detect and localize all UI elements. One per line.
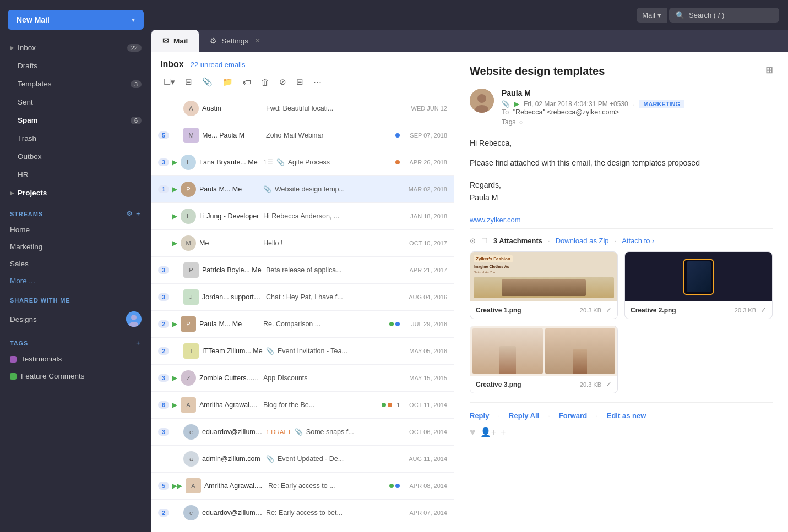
mail-row[interactable]: ▶ M Me Hello ! OCT 10, 2017 <box>151 230 454 257</box>
download-zip-link[interactable]: Download as Zip <box>556 237 609 245</box>
sidebar-item-sent[interactable]: Sent <box>0 93 151 111</box>
sidebar-item-spam[interactable]: Spam 6 <box>0 111 151 129</box>
tab-mail[interactable]: ✉ Mail <box>151 30 199 52</box>
mail-date: AUG 04, 2016 <box>403 294 447 300</box>
mail-row[interactable]: 3 ▶ L Lana Bryante... Me 1☰ 📎 Agile Proc… <box>151 149 454 176</box>
flag-icon: ▶ <box>172 185 177 193</box>
templates-badge: 3 <box>131 80 142 88</box>
sidebar-item-hr[interactable]: HR <box>0 166 151 184</box>
more-button[interactable]: ⋯ <box>310 75 325 89</box>
sidebar-item-drafts[interactable]: Drafts <box>0 57 151 75</box>
mail-row[interactable]: 5 ▶▶ A Amritha Agrawal.... Re: Early acc… <box>151 473 454 500</box>
attach-button[interactable]: 📎 <box>199 75 216 89</box>
tag-circle-icon: ○ <box>519 118 523 126</box>
avatar: e <box>183 424 199 440</box>
tag-button[interactable]: 🏷 <box>240 75 254 89</box>
attachment-name: Creative 3.png <box>476 381 575 388</box>
sidebar-item-inbox[interactable]: ▶ Inbox 22 <box>0 39 151 57</box>
expand-icon[interactable]: ⊞ <box>765 65 773 75</box>
attachment-check-icon[interactable]: ✓ <box>606 380 612 388</box>
sidebar-item-home[interactable]: Home <box>0 221 151 238</box>
sidebar-item-designs[interactable]: Designs <box>0 307 151 331</box>
heart-reaction-button[interactable]: ♥ <box>470 426 476 438</box>
mail-dots <box>389 484 400 488</box>
main-content: Mail ▾ 🔍 Search ( / ) ✉ Mail ⚙ Settings … <box>151 0 788 532</box>
mail-row[interactable]: 2 e eduardov@zillum.c... Re: Early acces… <box>151 500 454 526</box>
mail-sender: Austin <box>202 105 263 112</box>
mail-dropdown[interactable]: Mail ▾ <box>637 8 667 23</box>
reply-all-button[interactable]: Reply All <box>509 412 539 420</box>
search-input-area[interactable]: 🔍 Search ( / ) <box>669 8 779 23</box>
attachment-check-icon[interactable]: ✓ <box>760 306 767 314</box>
tag-dot-purple <box>10 356 17 363</box>
sidebar-item-sales[interactable]: Sales <box>0 255 151 272</box>
sidebar-streams-more[interactable]: More ... <box>0 272 151 289</box>
add-tag-button[interactable]: ＋ <box>135 339 142 347</box>
add-reaction-button[interactable]: + <box>501 427 506 437</box>
folder-button[interactable]: 📁 <box>219 75 236 89</box>
tab-settings[interactable]: ⚙ Settings ✕ <box>199 30 271 52</box>
expand-attach-icon[interactable]: ⊙ <box>470 237 476 245</box>
print-button[interactable]: ⊟ <box>293 75 307 89</box>
mail-row[interactable]: 3 ▶ Z Zombie Cutters... le... App Discou… <box>151 365 454 392</box>
attach-icon: 1☰ <box>263 158 273 166</box>
mail-row[interactable]: 2 I ITTeam Zillum... Me 📎 Event Invitati… <box>151 338 454 365</box>
projects-chevron-icon: ▶ <box>10 190 14 196</box>
sidebar-projects-label: Projects <box>18 189 47 197</box>
sidebar-item-feature-comments[interactable]: Feature Comments <box>0 368 151 385</box>
attachment-card[interactable]: Creative 2.png 20.3 KB ✓ <box>624 251 773 319</box>
designs-label: Designs <box>10 315 37 323</box>
mail-sender: Amritha Agrawal.... <box>204 482 265 490</box>
mail-row[interactable]: 3 e eduardov@zillum.c... 1 DRAFT 📎 Some … <box>151 419 454 446</box>
mail-sender: Li Jung - Developer <box>199 212 260 220</box>
sidebar-item-marketing[interactable]: Marketing <box>0 238 151 255</box>
sidebar-item-projects[interactable]: ▶ Projects <box>0 184 151 202</box>
tags-row: Tags ○ <box>502 118 773 126</box>
attachment-card[interactable]: Zylker's Fashion Imagine Clothes As Natu… <box>470 251 618 319</box>
flag-icon: ▶ <box>172 158 177 166</box>
mail-row[interactable]: 2 A Amritha Agrawal.... Re: About the de… <box>151 526 454 532</box>
attach-to-link[interactable]: Attach to › <box>622 237 654 245</box>
mail-row[interactable]: ▶ L Li Jung - Developer Hi Rebecca Ander… <box>151 203 454 230</box>
mail-row[interactable]: 5 M Me... Paula M Zoho Mail Webinar SEP … <box>151 122 454 149</box>
inbox-badge: 22 <box>127 44 142 52</box>
mail-row[interactable]: 2 ▶ P Paula M... Me Re. Comparison ... J… <box>151 311 454 338</box>
mail-row[interactable]: A Austin Fwd: Beautiful locati... WED JU… <box>151 95 454 122</box>
mail-row[interactable]: a admin@zillum.com 📎 Event Updated - De.… <box>151 446 454 473</box>
attachment-check-icon[interactable]: ✓ <box>606 306 612 314</box>
website-link[interactable]: www.zylker.com <box>470 216 773 224</box>
select-all-button[interactable]: ☐▾ <box>160 75 178 89</box>
mail-dots: +1 <box>382 402 400 408</box>
sidebar-item-templates[interactable]: Templates 3 <box>0 75 151 93</box>
mail-count: 3 <box>158 266 169 274</box>
mail-row[interactable]: 1 ▶ P Paula M... Me 📎 Website design tem… <box>151 176 454 203</box>
mark-button[interactable]: ⊘ <box>276 75 290 89</box>
avatar: M <box>183 128 199 143</box>
avatar: a <box>183 451 199 467</box>
forward-button[interactable]: Forward <box>559 412 587 420</box>
edit-as-new-button[interactable]: Edit as new <box>607 412 646 420</box>
mail-row[interactable]: 6 ▶ A Amritha Agrawal.... Blog for the B… <box>151 392 454 419</box>
reply-button[interactable]: Reply <box>470 412 489 420</box>
attachment-card[interactable]: Creative 3.png 20.3 KB ✓ <box>470 326 618 393</box>
add-person-button[interactable]: 👤+ <box>480 427 496 437</box>
mail-row[interactable]: 3 J Jordan... support@z... Chat : Hey Pa… <box>151 284 454 311</box>
mail-date: APR 07, 2014 <box>403 509 447 516</box>
sidebar-item-outbox[interactable]: Outbox <box>0 147 151 166</box>
mail-dropdown-label: Mail <box>642 11 655 19</box>
delete-button[interactable]: 🗑 <box>258 75 273 89</box>
attach-checkbox[interactable]: ☐ <box>481 237 488 245</box>
mail-sender: Me... Paula M <box>202 131 263 139</box>
sidebar-item-testimonials[interactable]: Testimonials <box>0 350 151 368</box>
svg-point-4 <box>477 94 486 103</box>
new-mail-button[interactable]: New Mail ▾ <box>8 10 144 30</box>
mail-date: SEP 07, 2018 <box>403 132 447 139</box>
sidebar-item-trash[interactable]: Trash <box>0 129 151 147</box>
mail-row[interactable]: 3 P Patricia Boyle... Me Beta release of… <box>151 257 454 284</box>
paperclip-icon: 📎 <box>202 77 213 87</box>
tab-close-button[interactable]: ✕ <box>255 37 260 45</box>
signature: Regards, Paula M <box>470 179 773 205</box>
topbar-search-area[interactable]: Mail ▾ 🔍 Search ( / ) <box>637 8 779 23</box>
mail-sender: Lana Bryante... Me <box>199 158 260 166</box>
filter-button[interactable]: ⊟ <box>182 75 195 89</box>
